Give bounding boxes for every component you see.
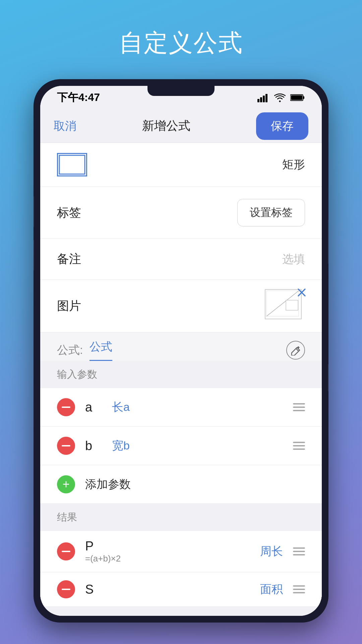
signal-icon	[257, 93, 269, 102]
add-param-label[interactable]: 添加参数	[85, 477, 131, 492]
side-button-vol-down	[34, 240, 34, 270]
add-param-button[interactable]: +	[57, 475, 75, 493]
shape-preview[interactable]	[57, 153, 87, 176]
result-name-P[interactable]: 周长	[260, 544, 283, 559]
results-header: 结果	[40, 504, 322, 531]
drag-line	[293, 592, 305, 593]
svg-rect-0	[257, 99, 259, 102]
result-var-P: P	[85, 539, 250, 553]
formula-prefix-label: 公式:	[57, 342, 83, 358]
drag-line	[293, 551, 305, 552]
side-button-right2	[328, 364, 328, 391]
drag-line	[293, 410, 305, 411]
formula-section: 公式: 公式	[40, 332, 322, 361]
formula-tab[interactable]: 公式	[89, 339, 112, 361]
drag-handle-P[interactable]	[293, 547, 305, 555]
param-name-a[interactable]: 长a	[112, 399, 283, 415]
remove-result-S-button[interactable]	[57, 580, 75, 598]
drag-line	[293, 407, 305, 408]
drag-line	[293, 585, 305, 587]
battery-icon	[290, 94, 305, 102]
minus-icon	[62, 551, 70, 552]
thumbnail-image	[266, 290, 299, 317]
param-row-b: b 宽b	[40, 427, 322, 465]
remove-param-b-button[interactable]	[57, 437, 75, 455]
nav-title: 新增公式	[142, 118, 190, 134]
param-name-b[interactable]: 宽b	[112, 438, 283, 453]
status-icons	[257, 93, 305, 102]
set-tag-button[interactable]: 设置标签	[237, 199, 305, 226]
phone-frame: 下午4:47	[34, 79, 328, 623]
image-row: 图片	[40, 280, 322, 332]
remove-param-a-button[interactable]	[57, 398, 75, 416]
svg-rect-7	[59, 155, 85, 174]
image-close-button[interactable]	[296, 286, 308, 299]
remove-result-P-button[interactable]	[57, 542, 75, 560]
image-thumbnail-container[interactable]	[265, 289, 305, 323]
result-var-area-S: S	[85, 582, 250, 597]
drag-line	[293, 547, 305, 549]
svg-rect-5	[303, 96, 304, 99]
minus-icon	[62, 445, 70, 446]
phone-notch	[147, 86, 215, 96]
drag-line	[293, 442, 305, 443]
input-params-header: 输入参数	[40, 361, 322, 388]
results-label: 结果	[57, 512, 77, 523]
drag-handle-S[interactable]	[293, 585, 305, 593]
add-param-row: + 添加参数	[40, 465, 322, 504]
side-button-vol-up	[34, 197, 34, 227]
side-button-power	[328, 220, 328, 264]
page-title: 自定义公式	[119, 27, 243, 59]
result-var-area-P: P =(a+b)×2	[85, 539, 250, 564]
shape-label[interactable]: 矩形	[282, 157, 305, 172]
svg-rect-3	[265, 94, 267, 102]
drag-line	[293, 589, 305, 590]
svg-rect-1	[260, 97, 262, 102]
minus-icon	[62, 589, 70, 590]
param-var-a: a	[85, 400, 102, 415]
image-label: 图片	[57, 298, 81, 314]
save-button[interactable]: 保存	[256, 112, 308, 140]
drag-handle-b[interactable]	[293, 442, 305, 450]
result-row-P: P =(a+b)×2 周长	[40, 531, 322, 572]
tag-label: 标签	[57, 205, 81, 221]
shape-row: 矩形	[40, 143, 322, 187]
note-placeholder[interactable]: 选填	[282, 252, 305, 267]
result-name-S[interactable]: 面积	[260, 582, 283, 597]
formula-header: 公式: 公式	[40, 332, 322, 361]
content-area: 矩形 标签 设置标签 备注 选填 图片	[40, 143, 322, 616]
svg-rect-10	[286, 300, 298, 310]
nav-bar: 取消 新增公式 保存	[40, 109, 322, 143]
minus-icon	[62, 407, 70, 408]
edit-icon	[290, 345, 301, 356]
drag-line	[293, 445, 305, 446]
param-var-b: b	[85, 439, 102, 453]
drag-line	[293, 554, 305, 555]
phone-screen: 下午4:47	[40, 86, 322, 616]
result-row-S: S 面积	[40, 572, 322, 607]
formula-edit-button[interactable]	[286, 341, 305, 360]
cancel-button[interactable]: 取消	[54, 118, 76, 134]
tag-row: 标签 设置标签	[40, 187, 322, 239]
result-var-S: S	[85, 582, 250, 597]
drag-line	[293, 403, 305, 405]
input-params-label: 输入参数	[57, 369, 97, 380]
svg-rect-6	[291, 95, 302, 100]
note-label: 备注	[57, 251, 81, 267]
wifi-icon	[274, 93, 286, 102]
drag-line	[293, 448, 305, 450]
param-row-a: a 长a	[40, 388, 322, 427]
svg-rect-2	[263, 96, 265, 102]
result-formula-P: =(a+b)×2	[85, 553, 250, 564]
formula-label-area: 公式: 公式	[57, 339, 112, 361]
status-time: 下午4:47	[57, 90, 100, 105]
note-row: 备注 选填	[40, 239, 322, 280]
drag-handle-a[interactable]	[293, 403, 305, 411]
page-title-area: 自定义公式	[0, 0, 362, 79]
plus-icon: +	[62, 478, 69, 490]
